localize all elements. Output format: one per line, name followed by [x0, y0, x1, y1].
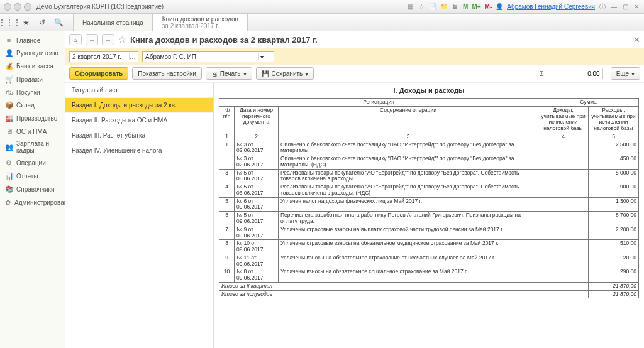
sum-field[interactable] — [547, 68, 603, 79]
sidebar-label: Продажи — [16, 76, 43, 83]
sidebar-icon: 📦 — [5, 101, 13, 109]
sidebar-label: Покупки — [16, 89, 40, 96]
sidebar-label: Зарплата и кадры — [16, 140, 60, 154]
folder-icon[interactable]: 📁 — [440, 3, 448, 11]
sidebar-icon: 🏭 — [5, 114, 13, 122]
sidebar-label: Операции — [16, 160, 46, 166]
sidebar-item[interactable]: 📦Склад — [0, 99, 65, 112]
org-select[interactable]: Абрамов Г. С. ИП▾⋯ — [142, 51, 274, 62]
close-icon[interactable]: ✕ — [633, 35, 640, 45]
info-icon[interactable]: ⓘ — [599, 3, 606, 11]
window-btn[interactable] — [24, 3, 31, 11]
maximize-icon[interactable]: ▢ — [621, 3, 629, 11]
table-row[interactable]: 4№ 5 от 06.06.2017Реализованы товары пок… — [219, 183, 639, 198]
tab-home[interactable]: Начальная страница — [73, 14, 153, 31]
sidebar-icon: 🛒 — [5, 75, 13, 84]
filter-bar: 2 квартал 2017 г.… Абрамов Г. С. ИП▾⋯ — [65, 48, 644, 65]
sidebar-item[interactable]: 💰Банк и касса — [0, 60, 65, 73]
sidebar-icon: 📚 — [5, 185, 13, 193]
sidebar-icon: 👥 — [5, 143, 13, 151]
calc-icon[interactable]: 🖩 — [452, 3, 459, 11]
page-header: ⌂ ← → ☆ Книга доходов и расходов за 2 кв… — [65, 31, 644, 48]
table-row[interactable]: 6№ 5 от 09.06.2017Перечислена заработная… — [219, 212, 639, 226]
more-button[interactable]: Еще ▾ — [611, 67, 640, 80]
m-icon[interactable]: M — [463, 3, 468, 10]
sidebar-icon: 👤 — [5, 49, 13, 57]
sidebar-label: Справочники — [16, 186, 55, 193]
star-icon[interactable]: ☆ — [418, 3, 425, 11]
sidebar-label: ОС и НМА — [16, 128, 47, 135]
report-area: I. Доходы и расходы Регистрация Сумма № … — [214, 83, 644, 348]
table-row[interactable]: 8№ 10 от 09.06.2017Уплачены страховые вз… — [219, 240, 639, 254]
sidebar-label: Производство — [16, 115, 57, 122]
section-item[interactable]: Раздел III. Расчет убытка — [65, 128, 213, 143]
sidebar-label: Склад — [16, 102, 35, 109]
forward-icon[interactable]: → — [102, 34, 114, 45]
action-bar: Сформировать Показать настройки 🖨 Печать… — [65, 65, 644, 83]
table-row[interactable]: 10№ 8 от 09.06.2017Уплачены взносы на об… — [219, 268, 639, 283]
sidebar-icon: 🛍 — [5, 89, 13, 96]
section-item[interactable]: Титульный лист — [65, 83, 213, 98]
section-item[interactable]: Раздел I. Доходы и расходы за 2 кв. — [65, 98, 213, 113]
sum-label: Σ — [540, 70, 543, 77]
table-row[interactable]: 9№ 11 от 09.06.2017Уплачены взносы на об… — [219, 254, 639, 268]
m-plus-icon[interactable]: M+ — [472, 3, 480, 10]
cal-icon[interactable]: ▦ — [406, 3, 414, 11]
sidebar-item[interactable]: 👤Руководителю — [0, 46, 65, 60]
sidebar-item[interactable]: 🖥ОС и НМА — [0, 125, 65, 138]
sidebar-icon: 💰 — [5, 62, 13, 70]
save-button[interactable]: 💾 Сохранить ▾ — [256, 67, 314, 80]
sidebar-label: Банк и касса — [16, 63, 53, 70]
sidebar-label: Главное — [16, 37, 40, 44]
home-icon[interactable]: ⌂ — [69, 34, 82, 45]
main-toolbar: ⋮⋮⋮ ★ ↺ 🔍 Начальная страница Книга доход… — [0, 14, 644, 31]
sidebar-item[interactable]: ✿Администрирование — [0, 196, 65, 209]
form-button[interactable]: Сформировать — [69, 67, 128, 80]
sidebar-icon: 🖥 — [5, 128, 13, 135]
fav-icon[interactable]: ☆ — [118, 35, 126, 45]
sidebar-icon: ✿ — [5, 198, 11, 207]
settings-button[interactable]: Показать настройки — [132, 67, 202, 80]
table-row[interactable]: 5№ 6 от 09.06.2017Уплачен налог на доход… — [219, 197, 639, 212]
table-row[interactable]: 7№ 9 от 09.06.2017Уплачены страховые взн… — [219, 226, 639, 240]
user-name[interactable]: Абрамов Геннадий Сергеевич — [507, 3, 595, 10]
sidebar-item[interactable]: 📚Справочники — [0, 183, 65, 196]
page-title: Книга доходов и расходов за 2 квартал 20… — [130, 35, 318, 45]
report-table: Регистрация Сумма № п/п Дата и номер пер… — [219, 98, 639, 298]
doc-icon[interactable]: 📄 — [429, 3, 436, 11]
window-btn[interactable] — [4, 3, 11, 11]
back-icon[interactable]: ← — [86, 34, 98, 45]
group-reg: Регистрация — [219, 99, 538, 107]
sidebar-item[interactable]: 🛍Покупки — [0, 86, 65, 99]
print-button[interactable]: 🖨 Печать ▾ — [206, 67, 252, 80]
apps-icon[interactable]: ⋮⋮⋮ — [3, 16, 16, 30]
group-sum: Сумма — [538, 99, 639, 107]
history-btn[interactable]: ↺ — [35, 16, 49, 30]
sidebar-item[interactable]: ≡Главное — [0, 34, 65, 46]
sidebar-item[interactable]: 🏭Производство — [0, 112, 65, 125]
sidebar-item[interactable]: 🛒Продажи — [0, 73, 65, 86]
minimize-icon[interactable]: — — [610, 3, 618, 11]
app-title: Демо Бухгалтерия КОРП (1С:Предприятие) — [36, 3, 164, 10]
nav-sidebar: ≡Главное👤Руководителю💰Банк и касса🛒Прода… — [0, 31, 65, 348]
sidebar-icon: ≡ — [5, 36, 13, 44]
sidebar-item[interactable]: 👥Зарплата и кадры — [0, 138, 65, 156]
sidebar-item[interactable]: 📊Отчеты — [0, 170, 65, 183]
sections-list: Титульный листРаздел I. Доходы и расходы… — [65, 83, 214, 348]
sidebar-icon: ⚙ — [5, 159, 13, 167]
search-btn[interactable]: 🔍 — [52, 16, 65, 30]
section-item[interactable]: Раздел II. Расходы на ОС и НМА — [65, 113, 213, 128]
sidebar-item[interactable]: ⚙Операции — [0, 156, 65, 170]
section-item[interactable]: Раздел IV. Уменьшение налога — [65, 143, 213, 158]
m-minus-icon[interactable]: M- — [485, 3, 492, 10]
sidebar-label: Руководителю — [16, 50, 58, 57]
tab-document[interactable]: Книга доходов и расходов за 2 квартал 20… — [153, 14, 248, 31]
star-btn[interactable]: ★ — [19, 16, 33, 30]
table-row[interactable]: 1№ 3 от 02.06.2017Оплачено с банковского… — [219, 141, 639, 155]
table-row[interactable]: № 3 от 02.06.2017Оплачено с банковского … — [219, 155, 639, 170]
close-icon[interactable]: ✕ — [633, 3, 640, 11]
sidebar-label: Отчеты — [16, 173, 38, 180]
window-btn[interactable] — [14, 3, 21, 11]
period-select[interactable]: 2 квартал 2017 г.… — [69, 51, 138, 62]
table-row[interactable]: 3№ 5 от 06.06.2017Реализованы товары пок… — [219, 169, 639, 183]
